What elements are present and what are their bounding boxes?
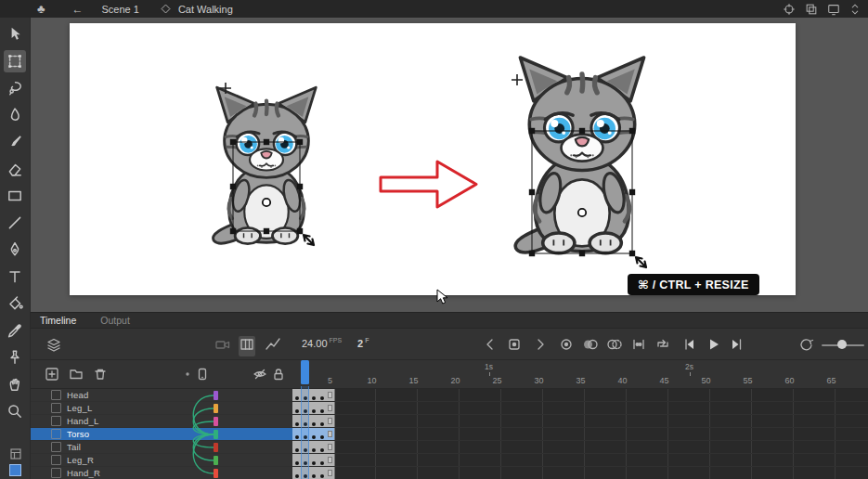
camera-icon[interactable] <box>214 336 231 356</box>
keyframe-dot[interactable] <box>304 396 307 400</box>
layer-frames[interactable] <box>292 415 868 427</box>
keyframe-dot[interactable] <box>312 461 316 465</box>
layer-toggle-cell[interactable] <box>240 389 292 401</box>
transform-handle[interactable] <box>629 128 635 134</box>
layer-row-hand_l[interactable]: Hand_L <box>31 415 868 428</box>
zoom-tool-button[interactable] <box>4 400 26 422</box>
layer-color-swatch[interactable] <box>214 391 218 400</box>
keyframe-dot[interactable] <box>320 435 324 439</box>
timeline-menu-icon[interactable] <box>45 336 62 356</box>
cat-large[interactable] <box>515 58 643 253</box>
reset-timeline-icon[interactable] <box>797 336 814 356</box>
frame-span[interactable] <box>292 402 335 414</box>
fill-color-swatch[interactable] <box>9 464 21 476</box>
keyframe-dot[interactable] <box>312 396 316 400</box>
layer-name[interactable]: Hand_L <box>67 416 98 426</box>
current-frame-display[interactable]: 2F <box>357 337 369 349</box>
collapse-chevrons-icon[interactable] <box>849 3 861 16</box>
asset-warp-pin-tool-button[interactable] <box>4 346 26 369</box>
transform-handle[interactable] <box>297 228 303 234</box>
edit-multiple-frames-icon[interactable] <box>630 336 647 356</box>
timeline-zoom-knob[interactable] <box>837 340 847 349</box>
cat-small[interactable] <box>214 87 317 243</box>
transform-handle[interactable] <box>529 251 535 256</box>
text-tool-button[interactable] <box>4 265 26 288</box>
layer-frames[interactable] <box>292 441 868 453</box>
keyframe-dot[interactable] <box>304 474 307 478</box>
transform-handle[interactable] <box>529 128 535 134</box>
keyframe-dot[interactable] <box>304 448 307 452</box>
free-transform-tool-button[interactable] <box>4 50 26 72</box>
layer-toggle-cell[interactable] <box>240 454 292 466</box>
layer-color-swatch[interactable] <box>214 430 218 439</box>
color-effects-icon[interactable] <box>805 3 818 16</box>
keyframe-dot[interactable] <box>295 461 299 465</box>
layer-name-cell[interactable]: Tail <box>31 441 240 453</box>
keyframe-dot[interactable] <box>295 435 299 439</box>
layer-name[interactable]: Hand_R <box>67 468 100 478</box>
loop-range-icon[interactable] <box>654 336 671 356</box>
screen-mode-icon[interactable] <box>827 3 840 16</box>
keyframe-dot[interactable] <box>304 461 307 465</box>
fluid-brush-tool-button[interactable] <box>4 104 26 126</box>
layer-frames[interactable] <box>292 389 868 401</box>
layer-name-cell[interactable]: Leg_R <box>31 454 240 466</box>
layer-color-swatch[interactable] <box>214 417 218 426</box>
step-back-icon[interactable] <box>680 336 697 356</box>
transform-handle[interactable] <box>579 128 585 134</box>
layer-name[interactable]: Leg_L <box>67 403 92 413</box>
next-keyframe-icon[interactable] <box>532 336 549 356</box>
layer-toggle-cell[interactable] <box>240 441 292 453</box>
line-tool-button[interactable] <box>4 212 26 234</box>
step-forward-icon[interactable] <box>729 336 745 356</box>
layer-color-swatch[interactable] <box>214 456 218 465</box>
keyframe-dot[interactable] <box>304 409 307 413</box>
transform-handle[interactable] <box>264 139 269 145</box>
frame-view-icon[interactable] <box>239 336 255 356</box>
classic-brush-tool-button[interactable] <box>4 131 26 153</box>
layer-toggle-cell[interactable] <box>240 402 292 414</box>
transform-handle[interactable] <box>629 251 635 256</box>
layer-color-swatch[interactable] <box>214 404 218 413</box>
app-logo-icon[interactable]: ♣ <box>37 3 45 15</box>
lasso-tool-button[interactable] <box>4 77 26 99</box>
keyframe-dot[interactable] <box>295 422 299 426</box>
frame-span[interactable] <box>292 389 335 401</box>
keyframe-dot[interactable] <box>320 474 324 478</box>
keyframe-dot[interactable] <box>312 448 316 452</box>
transform-handle[interactable] <box>230 139 236 145</box>
keyframe-dot[interactable] <box>295 448 299 452</box>
frame-span[interactable] <box>292 415 335 427</box>
transform-handle[interactable] <box>264 228 269 234</box>
layer-name-cell[interactable]: Leg_L <box>31 402 240 414</box>
frame-span[interactable] <box>292 467 335 479</box>
insert-keyframe-icon[interactable] <box>506 336 523 356</box>
transform-point[interactable] <box>263 199 270 206</box>
eyedropper-tool-button[interactable] <box>4 319 26 342</box>
layer-name[interactable]: Tail <box>67 442 81 452</box>
layer-name-cell[interactable]: Hand_L <box>31 415 240 427</box>
keyframe-dot[interactable] <box>304 435 307 439</box>
layer-name[interactable]: Head <box>67 390 89 400</box>
transform-point[interactable] <box>578 209 586 216</box>
layer-row-torso[interactable]: Torso <box>31 428 868 441</box>
layer-frames[interactable] <box>292 402 868 414</box>
frame-ruler[interactable]: 5101520253035404550556065701s2s <box>31 360 868 388</box>
play-icon[interactable] <box>705 336 721 356</box>
frame-span[interactable] <box>292 454 335 466</box>
layer-frames[interactable] <box>292 454 868 466</box>
tab-timeline[interactable]: Timeline <box>40 315 76 326</box>
onion-skin-icon[interactable] <box>582 336 599 356</box>
hand-tool-button[interactable] <box>4 373 26 395</box>
pen-tool-button[interactable] <box>4 239 26 261</box>
frame-span[interactable] <box>292 428 335 440</box>
layer-color-swatch[interactable] <box>214 443 218 452</box>
layer-row-leg_l[interactable]: Leg_L <box>31 402 868 415</box>
keyframe-dot[interactable] <box>312 474 316 478</box>
layer-toggle-cell[interactable] <box>240 415 292 427</box>
onion-skin-outline-icon[interactable] <box>606 336 623 356</box>
keyframe-dot[interactable] <box>295 396 299 400</box>
pasteboard[interactable]: ⌘ / CTRL + RESIZE <box>31 18 868 312</box>
edit-bar-icon[interactable] <box>9 447 22 460</box>
loop-icon[interactable] <box>558 336 575 356</box>
